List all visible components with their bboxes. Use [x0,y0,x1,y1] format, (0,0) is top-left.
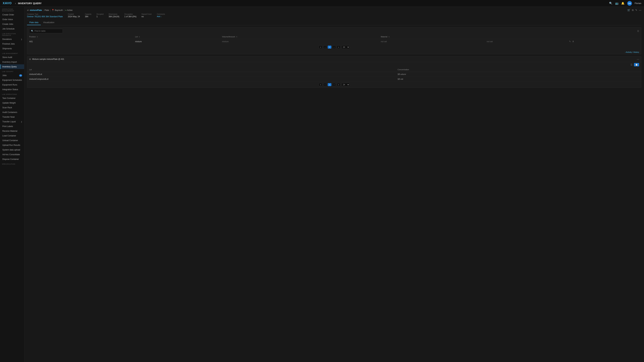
sidebar-item-integration-status[interactable]: Integration Status [0,87,24,92]
container-type-value[interactable]: Greiner 781201-906 384 Standard Plate [27,15,63,18]
table-menu-icon[interactable]: ☰ [637,30,639,32]
section-label-operations: LAB OPERATIONS [0,92,24,96]
sidebar-item-audit-containers[interactable]: Audit Containers [0,110,24,115]
search-input[interactable] [34,30,61,32]
sidebar-item-finished-jobs[interactable]: Finished Jobs [0,41,24,46]
sidebar-item-jobs[interactable]: Jobs 2 [0,73,24,78]
per-page-select[interactable]: 24 50 100 [342,45,350,49]
sidebar-item-unload-container[interactable]: Unload Container [0,138,24,143]
mixture-pg-first-button[interactable]: « [319,83,322,86]
section-label-specification: SPECIFICATION [0,162,24,166]
created-value: 2024 May. 24 [68,15,80,18]
sidebar-item-receive-material[interactable]: Receive Material [0,129,24,133]
copy-data-button[interactable]: 📋 [634,63,639,66]
collapse-icon[interactable]: — [637,58,639,60]
sidebar-item-inventory-import[interactable]: Inventory Import [0,60,24,64]
info-type: Container Type Greiner 781201-906 384 St… [27,13,63,18]
breadcrumb-status: ● Active [66,9,72,11]
copy-icon[interactable]: ⧉ [632,9,634,11]
deviations-chevron-icon: ❱ [21,38,22,40]
sidebar-item-tare-container[interactable]: Tare Container [0,96,24,100]
sidebar-item-dispose-container[interactable]: Dispose Container [0,157,24,162]
mixture-conc-1: 10 cells/ml [396,72,641,77]
edit-icon[interactable]: ✎ [635,9,637,11]
pg-next-button[interactable]: › [332,45,336,49]
sidebar-item-ad-hoc-consolidate[interactable]: Ad-hoc Consolidate [0,152,24,157]
sidebar-item-print-labels[interactable]: Print Labels [0,124,24,129]
logo: XAVO [3,1,12,5]
pg-prev-button[interactable]: ‹ [323,45,327,49]
mixture-per-page-select[interactable]: 24 50 100 [342,83,350,86]
info-hazard: Hazard Cond. no [142,13,152,18]
more-icon[interactable]: — [639,9,641,11]
sidebar-item-create-order[interactable]: Create Order [0,12,24,17]
activity-history-link[interactable]: › Activity / History [27,50,641,54]
topbar-right: 🔍 📺 🔔 XA Florian [609,1,641,6]
sidebar-item-order-inbox[interactable]: Order Inbox [0,17,24,22]
cell-position: A01 [27,39,133,44]
hazard-value: no [142,15,152,18]
sidebar-item-inventory-query[interactable]: Inventory Query [0,64,24,69]
sidebar-item-load-container[interactable]: Load Container [0,133,24,138]
sidebar-item-transfer-liquid[interactable]: Transfer Liquid ❱ [0,119,24,124]
col-lot[interactable]: Lot ⇅ [133,34,220,39]
occupied-value: 1 [96,15,104,18]
sidebar-item-scan-rack[interactable]: Scan Rack [0,105,24,110]
search-box[interactable]: 🔍 [29,29,63,33]
sidebar-item-update-weight[interactable]: Update Weight [0,100,24,105]
mixture-table-menu-icon[interactable]: ☰ [630,63,632,66]
mixture-col-concentration[interactable]: Concentration [396,67,641,72]
mixture-col-lot[interactable]: Lot [27,67,396,72]
col-position[interactable]: Position ⇅ [27,34,133,39]
mixture-lot-1: mixtureCellLot [27,72,396,77]
sidebar-item-transfer-neat[interactable]: Transfer Neat [0,115,24,119]
search-icon[interactable]: 🔍 [609,2,612,5]
mixture-row-1: mixtureCellLot 10 cells/ml [27,72,641,77]
occupation-value: 1 of 384 (0%) [124,15,136,18]
sidebar-item-shipments[interactable]: Shipments [0,46,24,51]
sidebar-item-deviations[interactable]: Deviations ❱ [0,37,24,41]
mixture-pg-next-button[interactable]: › [332,83,336,86]
sidebar-item-store-audit[interactable]: Store Audit [0,55,24,60]
cell-material: not set [379,39,485,44]
pg-last-button[interactable]: » [337,45,340,49]
breadcrumb-name[interactable]: mixturePlate [30,9,42,11]
info-occupied: Occupied 1 [96,13,104,18]
add-comment-link[interactable]: Add ↓ [157,15,165,17]
mixture-lot-2: mixtureCompoundLot [27,77,396,82]
cell-extra: not set [485,39,567,44]
table-toolbar: 🔍 ☰ [27,27,641,34]
avatar[interactable]: XA [627,1,632,6]
sidebar-item-create-jobs[interactable]: Create Jobs [0,22,24,26]
sidebar-item-equipment-runs[interactable]: Equipment Runs [0,82,24,87]
bell-icon[interactable]: 🔔 [621,2,624,5]
download-row-icon[interactable]: ⬇ [572,40,574,43]
mixture-pg-last-button[interactable]: » [337,83,340,86]
mixture-title: Mixture sample mixturePlate @ A01 [32,58,637,60]
sidebar-item-job-schedule[interactable]: Job Schedule [0,26,24,31]
col-volume[interactable]: Volume/Amount ⇅ [220,34,379,39]
sidebar-item-upload-run-results[interactable]: Upload Run Results [0,143,24,147]
tab-visualization[interactable]: Visualization [41,20,57,25]
info-created: Created 2024 May. 24 [68,13,80,18]
sidebar-item-equipment-schedules[interactable]: Equipment Schedules [0,78,24,82]
monitor-icon[interactable]: 📺 [615,2,618,5]
edit-row-icon[interactable]: ✎ [569,40,571,43]
col-actions-header [567,34,641,39]
transfer-liquid-chevron-icon: ❱ [21,121,22,123]
sidebar: OPERATIONS MANAGEMENT Create Order Order… [0,7,24,362]
mixture-pg-prev-button[interactable]: ‹ [323,83,327,86]
col-material[interactable]: Material ⇅ [379,34,485,39]
cart-icon[interactable]: 🛒 [628,9,630,11]
pg-first-button[interactable]: « [319,45,322,49]
section-label-management: LAB MANAGEMENT [0,51,24,55]
back-button[interactable]: ‹ [15,2,16,5]
tab-plate-data[interactable]: Plate data [27,20,41,25]
mixture-table: Lot Concentration mixtureCellLot 10 cell… [27,67,641,82]
plate-data-table: Position ⇅ Lot ⇅ Volume/Amount ⇅ Mater [27,34,641,44]
mixture-conc-2: 10 mM [396,77,641,82]
sidebar-item-system-data-upload[interactable]: System data upload [0,147,24,152]
breadcrumb: 🏷 mixturePlate | Plate | 📍 Bayreuth | ● … [27,9,641,11]
table-row: A01 mixture mixture not set not set ✎ ⬇ [27,39,641,44]
pg-per-page: 24 50 100 [342,45,350,49]
